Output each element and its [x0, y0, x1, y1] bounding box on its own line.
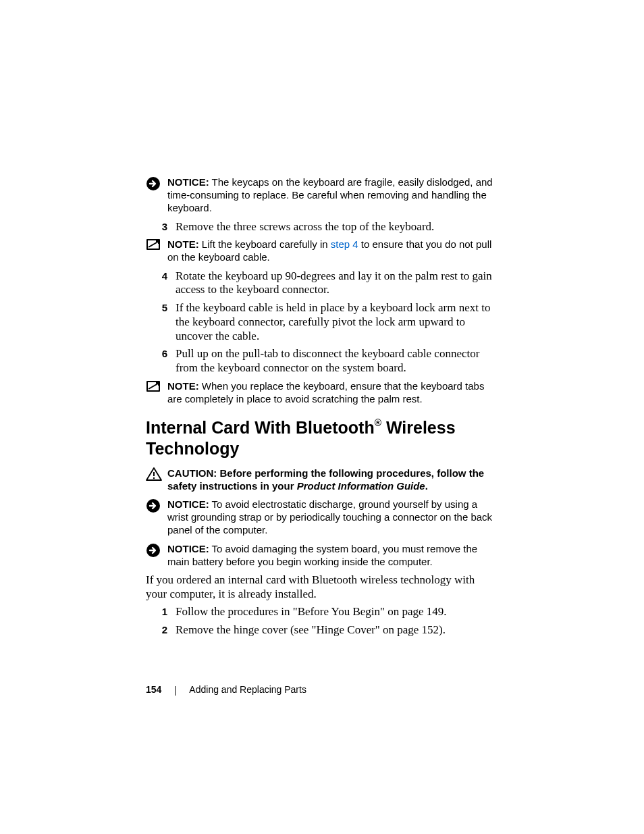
step-text: Pull up on the pull-tab to disconnect th…: [176, 347, 498, 375]
step-number: 5: [146, 301, 176, 315]
step-text: Follow the procedures in "Before You Beg…: [176, 605, 498, 619]
notice-text: NOTICE: The keycaps on the keyboard are …: [167, 176, 498, 215]
step-item: 1 Follow the procedures in "Before You B…: [146, 605, 498, 619]
caution-tail: .: [425, 480, 428, 492]
notice-body: To avoid damaging the system board, you …: [167, 543, 477, 567]
note-lead: NOTE:: [167, 238, 199, 250]
registered-mark: ®: [375, 417, 381, 428]
step-number: 2: [146, 623, 176, 637]
notice-lead: NOTICE:: [167, 176, 209, 188]
notice-block: NOTICE: To avoid electrostatic discharge…: [146, 498, 498, 537]
note-block: NOTE: Lift the keyboard carefully in ste…: [146, 238, 498, 263]
step-text: Rotate the keyboard up 90-degrees and la…: [176, 269, 498, 297]
notice-icon: [146, 498, 167, 513]
step-item: 5 If the keyboard cable is held in place…: [146, 301, 498, 343]
note-pre: Lift the keyboard carefully in: [199, 238, 331, 250]
notice-body: To avoid electrostatic discharge, ground…: [167, 498, 492, 536]
step-text: Remove the hinge cover (see "Hinge Cover…: [176, 623, 498, 637]
step-item: 4 Rotate the keyboard up 90-degrees and …: [146, 269, 498, 297]
notice-icon: [146, 542, 167, 558]
step-number: 1: [146, 605, 176, 619]
notice-lead: NOTICE:: [167, 543, 209, 554]
caution-text: CAUTION: Before performing the following…: [167, 467, 498, 492]
caution-icon: [146, 467, 167, 481]
note-block: NOTE: When you replace the keyboard, ens…: [146, 380, 498, 405]
note-lead: NOTE:: [167, 380, 199, 392]
step-number: 6: [146, 347, 176, 361]
caution-ital: Product Information Guide: [297, 480, 425, 492]
notice-text: NOTICE: To avoid electrostatic discharge…: [167, 498, 498, 537]
caution-lead: CAUTION:: [167, 467, 220, 479]
note-text: NOTE: Lift the keyboard carefully in ste…: [167, 238, 498, 263]
note-icon: [146, 238, 167, 251]
step-item: 2 Remove the hinge cover (see "Hinge Cov…: [146, 623, 498, 637]
footer-section: Adding and Replacing Parts: [189, 684, 306, 695]
page-number: 154: [146, 684, 161, 695]
note-text: NOTE: When you replace the keyboard, ens…: [167, 380, 498, 405]
step-item: 6 Pull up on the pull-tab to disconnect …: [146, 347, 498, 375]
notice-lead: NOTICE:: [167, 498, 209, 510]
page-footer: 154 Adding and Replacing Parts: [146, 684, 306, 695]
notice-block: NOTICE: The keycaps on the keyboard are …: [146, 176, 498, 215]
caution-block: CAUTION: Before performing the following…: [146, 467, 498, 492]
svg-point-6: [153, 477, 155, 478]
step-link[interactable]: step 4: [331, 238, 358, 250]
body-paragraph: If you ordered an internal card with Blu…: [146, 573, 498, 601]
footer-divider: [175, 686, 176, 696]
notice-text: NOTICE: To avoid damaging the system boa…: [167, 542, 498, 568]
step-text: If the keyboard cable is held in place b…: [176, 301, 498, 343]
step-number: 4: [146, 269, 176, 283]
step-number: 3: [146, 220, 176, 234]
step-text: Remove the three screws across the top o…: [176, 220, 498, 234]
notice-block: NOTICE: To avoid damaging the system boa…: [146, 542, 498, 568]
notice-icon: [146, 176, 167, 191]
heading-pre: Internal Card With Bluetooth: [146, 418, 375, 437]
step-item: 3 Remove the three screws across the top…: [146, 220, 498, 234]
note-icon: [146, 380, 167, 392]
notice-body: The keycaps on the keyboard are fragile,…: [167, 176, 493, 213]
note-body: When you replace the keyboard, ensure th…: [167, 380, 484, 405]
section-heading: Internal Card With Bluetooth® Wireless T…: [146, 417, 498, 460]
